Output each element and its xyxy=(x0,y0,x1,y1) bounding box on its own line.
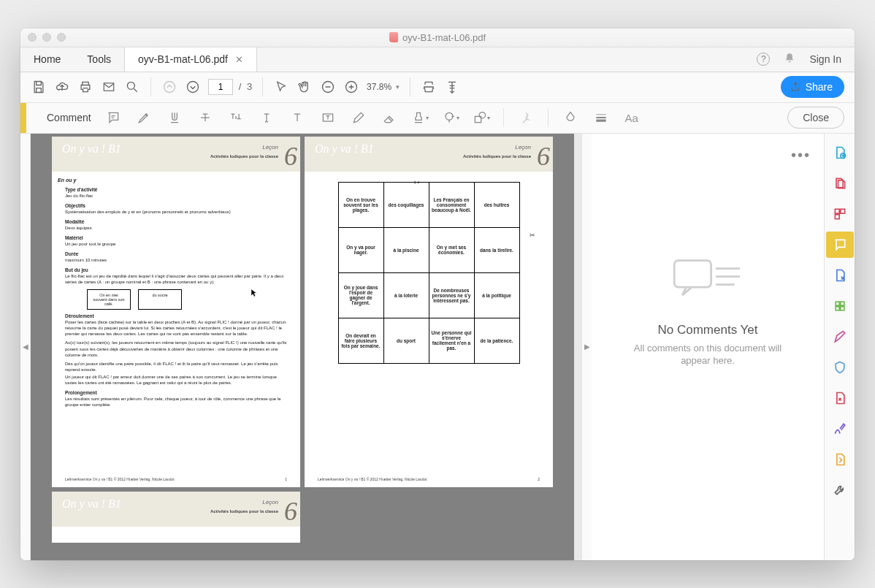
scissor-icon: ✂ xyxy=(530,232,535,239)
scissor-icon: ✂ xyxy=(414,179,420,186)
svg-rect-13 xyxy=(840,209,844,213)
page-down-icon[interactable] xyxy=(185,79,201,95)
optimize-icon[interactable] xyxy=(826,385,854,411)
send-icon[interactable] xyxy=(826,446,854,473)
cloud-icon[interactable] xyxy=(54,79,70,95)
organize-icon[interactable] xyxy=(826,201,854,227)
fit-page-icon[interactable] xyxy=(444,79,460,95)
zoom-in-icon[interactable] xyxy=(343,79,359,95)
more-options-icon[interactable]: ••• xyxy=(791,147,811,164)
sticky-note-icon[interactable] xyxy=(104,109,122,126)
right-panel-toggle[interactable]: ▶ xyxy=(581,134,592,560)
eraser-icon[interactable] xyxy=(381,109,398,126)
save-icon[interactable] xyxy=(31,79,47,95)
zoom-select[interactable]: 37.8% ▾ xyxy=(367,82,400,92)
page-input[interactable] xyxy=(208,79,233,95)
combine-files-icon[interactable] xyxy=(826,170,854,196)
card-grid: On en trouve souvent sur les plages.des … xyxy=(338,182,520,364)
stamp-icon[interactable]: ▾ xyxy=(411,109,429,126)
textbox-icon[interactable] xyxy=(319,109,337,126)
chevron-down-icon: ▾ xyxy=(396,83,400,91)
comment-toolbar: Comment ▾ ▾ ▾ Aa Close xyxy=(20,103,855,134)
print-icon[interactable] xyxy=(77,79,93,95)
svg-point-2 xyxy=(164,82,175,93)
svg-rect-18 xyxy=(840,306,844,310)
highlight-icon[interactable] xyxy=(135,109,153,126)
window-title: oyv-B1-mat-L06.pdf xyxy=(20,32,855,43)
add-text-icon[interactable] xyxy=(289,109,306,126)
no-comments-heading: No Comments Yet xyxy=(657,323,757,337)
tab-bar: Home Tools oyv-B1-mat-L06.pdf ✕ ? Sign I… xyxy=(20,47,855,72)
notification-bell-icon[interactable] xyxy=(783,52,796,67)
export-icon[interactable] xyxy=(826,262,854,289)
color-icon[interactable] xyxy=(562,109,579,126)
zoom-out-icon[interactable] xyxy=(320,79,336,95)
document-area[interactable]: On y va ! B1 Leçon Activités ludiques po… xyxy=(31,134,574,560)
hand-icon[interactable] xyxy=(297,79,313,95)
search-icon[interactable] xyxy=(124,79,140,95)
pointer-icon[interactable] xyxy=(273,79,289,95)
fit-width-icon[interactable] xyxy=(421,79,437,95)
pencil-icon[interactable] xyxy=(350,109,367,126)
svg-rect-10 xyxy=(674,260,711,287)
tab-tools[interactable]: Tools xyxy=(74,47,124,72)
email-icon[interactable] xyxy=(101,79,117,95)
strikethrough-icon[interactable] xyxy=(196,109,214,126)
line-weight-icon[interactable] xyxy=(592,109,610,126)
fill-sign-icon[interactable] xyxy=(826,324,854,350)
attach-icon[interactable]: ▾ xyxy=(442,109,459,126)
page-up-icon[interactable] xyxy=(161,79,177,95)
create-pdf-icon[interactable] xyxy=(826,140,854,166)
svg-point-9 xyxy=(479,112,485,118)
svg-rect-15 xyxy=(836,302,839,305)
help-icon[interactable]: ? xyxy=(757,53,770,66)
no-comments-illustration xyxy=(668,251,748,310)
no-comments-text: All comments on this document will appea… xyxy=(627,342,788,367)
svg-rect-17 xyxy=(836,306,839,310)
tab-home[interactable]: Home xyxy=(20,47,74,72)
tools-sidebar xyxy=(824,134,855,560)
replace-text-icon[interactable] xyxy=(227,109,245,126)
shapes-icon[interactable]: ▾ xyxy=(473,109,490,126)
page-number: / 3 xyxy=(208,79,252,95)
tab-document[interactable]: oyv-B1-mat-L06.pdf ✕ xyxy=(124,47,257,72)
comment-accent xyxy=(20,103,26,133)
svg-point-1 xyxy=(127,82,134,89)
scrollbar[interactable] xyxy=(574,134,581,560)
pdf-page-1: On y va ! B1 Leçon Activités ludiques po… xyxy=(52,137,300,487)
pin-icon[interactable] xyxy=(517,109,535,126)
left-panel-toggle[interactable]: ◀ xyxy=(20,134,31,560)
body: ◀ On y va ! B1 Leçon Activités ludiques … xyxy=(20,134,855,560)
svg-rect-16 xyxy=(840,302,844,305)
main-toolbar: / 3 37.8% ▾ Share xyxy=(20,72,855,103)
underline-icon[interactable] xyxy=(166,109,183,126)
font-icon[interactable]: Aa xyxy=(623,109,641,126)
insert-text-icon[interactable] xyxy=(258,109,275,126)
comment-title: Comment xyxy=(47,112,91,123)
close-comment-button[interactable]: Close xyxy=(787,107,844,129)
edit-pdf-icon[interactable] xyxy=(826,293,854,319)
svg-point-3 xyxy=(188,82,199,93)
tab-document-label: oyv-B1-mat-L06.pdf xyxy=(138,53,228,65)
sign-icon[interactable] xyxy=(826,416,854,442)
app-window: oyv-B1-mat-L06.pdf Home Tools oyv-B1-mat… xyxy=(20,28,855,560)
comment-tool-icon[interactable] xyxy=(826,232,854,258)
svg-rect-12 xyxy=(835,209,839,213)
protect-icon[interactable] xyxy=(826,354,854,381)
close-icon[interactable]: ✕ xyxy=(235,54,243,65)
pdf-page-3: On y va ! B1 Leçon Activités ludiques po… xyxy=(52,492,300,543)
sign-in-button[interactable]: Sign In xyxy=(809,53,841,65)
wrench-icon[interactable] xyxy=(826,477,854,503)
titlebar: oyv-B1-mat-L06.pdf xyxy=(20,28,855,47)
comments-panel: ••• No Comments Yet All comments on this… xyxy=(592,134,824,560)
share-button[interactable]: Share xyxy=(781,76,844,98)
pdf-page-2: On y va ! B1 Leçon Activités ludiques po… xyxy=(305,137,553,487)
svg-rect-14 xyxy=(835,214,839,218)
